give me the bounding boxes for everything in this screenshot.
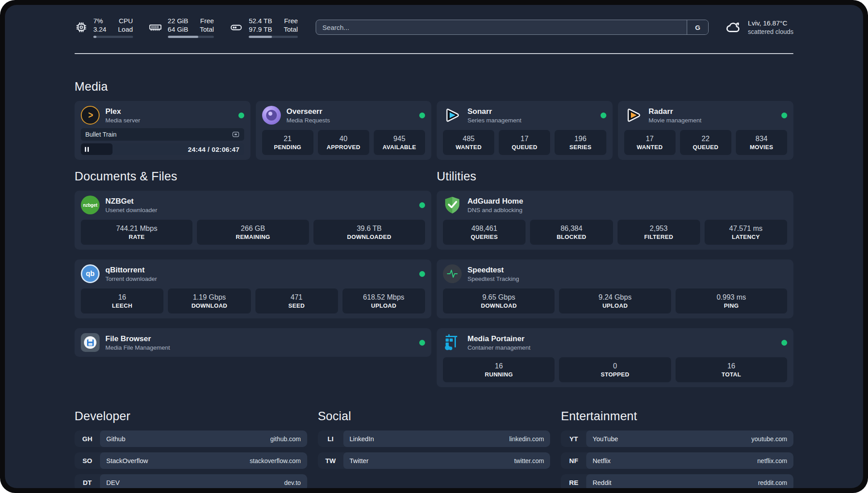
bookmark-abbr: GH — [75, 430, 100, 447]
bookmark-youtube[interactable]: YT YouTubeyoutube.com — [561, 430, 793, 447]
adguard-icon — [443, 196, 462, 214]
bookmark-abbr: YT — [561, 430, 586, 447]
cast-icon[interactable] — [232, 131, 240, 138]
bookmark-name: DEV — [106, 479, 120, 486]
bookmark-reddit[interactable]: RE Redditreddit.com — [561, 474, 793, 488]
stat-box: 40APPROVED — [318, 130, 369, 155]
cpu-value-bottom: 3.24 — [93, 25, 106, 33]
app-subtitle: Usenet downloader — [105, 207, 157, 213]
nzbget-icon: nzbget — [81, 196, 100, 214]
bookmark-url: youtube.com — [751, 435, 787, 443]
stat-box: 618.52 MbpsUPLOAD — [342, 288, 425, 313]
app-title: Sonarr — [467, 107, 522, 116]
weather-location-temp: Lviv, 16.87°C — [748, 19, 793, 28]
stat-box: 22QUEUED — [680, 130, 731, 155]
disk-stat: 52.4 TB 97.9 TB Free Total — [229, 17, 298, 38]
disk-icon — [229, 21, 243, 34]
bookmark-dev[interactable]: DT DEVdev.to — [75, 474, 307, 488]
ram-progress-bar — [168, 36, 214, 38]
app-subtitle: Media server — [105, 117, 140, 124]
bookmark-url: twitter.com — [514, 457, 544, 464]
disk-label-bottom: Total — [284, 25, 298, 33]
weather-widget: Lviv, 16.87°C scattered clouds — [724, 19, 793, 36]
stat-box: 266 GBREMAINING — [197, 220, 309, 245]
app-card-sonarr[interactable]: Sonarr Series management 485WANTED 17QUE… — [437, 101, 613, 160]
ram-label-bottom: Total — [200, 25, 214, 33]
bookmark-url: linkedin.com — [509, 435, 544, 443]
bookmark-abbr: LI — [318, 430, 343, 447]
app-subtitle: Speedtest Tracking — [467, 276, 519, 282]
radarr-icon — [624, 106, 643, 125]
playback-progress-fill — [81, 143, 113, 155]
app-title: Media Portainer — [467, 334, 530, 343]
qbittorrent-icon: qb — [81, 264, 100, 283]
app-subtitle: Series management — [467, 117, 522, 124]
bookmark-github[interactable]: GH Githubgithub.com — [75, 430, 307, 447]
stat-box: 16LEECH — [81, 288, 163, 313]
section-entertainment: Entertainment YT YouTubeyoutube.com NF N… — [561, 409, 793, 488]
stat-box: 498,461QUERIES — [443, 220, 526, 245]
ram-label-top: Free — [200, 17, 214, 25]
cpu-label-bottom: Load — [118, 25, 133, 33]
bookmark-abbr: SO — [75, 452, 100, 469]
bookmark-name: StackOverflow — [106, 457, 148, 464]
bookmark-abbr: NF — [561, 452, 586, 469]
status-dot — [419, 340, 425, 346]
app-card-nzbget[interactable]: nzbget NZBGet Usenet downloader 744.21 M… — [75, 191, 431, 250]
developer-section-title: Developer — [75, 409, 307, 423]
stat-box: 834MOVIES — [736, 130, 787, 155]
bookmark-name: YouTube — [593, 435, 618, 443]
weather-condition: scattered clouds — [748, 28, 793, 36]
app-card-adguard[interactable]: AdGuard Home DNS and adblocking 498,461Q… — [437, 191, 793, 250]
bookmark-url: stackoverflow.com — [250, 457, 300, 464]
bookmark-stackoverflow[interactable]: SO StackOverflowstackoverflow.com — [75, 452, 307, 469]
app-title: Radarr — [649, 107, 702, 116]
entertainment-section-title: Entertainment — [561, 409, 793, 423]
ram-value-top: 22 GiB — [168, 17, 188, 25]
disk-label-top: Free — [284, 17, 298, 25]
cpu-label-top: CPU — [118, 17, 133, 25]
header-divider — [75, 53, 793, 54]
stat-box: 0.993 msPING — [676, 288, 787, 313]
bookmark-url: github.com — [270, 435, 300, 443]
ram-value-bottom: 64 GiB — [168, 25, 188, 33]
app-card-plex[interactable]: > Plex Media server Bullet Train — [75, 101, 250, 160]
speedtest-icon — [443, 264, 462, 283]
app-card-filebrowser[interactable]: File Browser Media File Management — [75, 328, 431, 357]
stat-box: 0STOPPED — [559, 357, 671, 382]
app-card-overseerr[interactable]: Overseerr Media Requests 21PENDING 40APP… — [256, 101, 432, 160]
app-card-qbittorrent[interactable]: qb qBittorrent Torrent downloader 16LEEC… — [75, 259, 431, 318]
app-card-radarr[interactable]: Radarr Movie management 17WANTED 22QUEUE… — [618, 101, 794, 160]
disk-progress-bar — [249, 36, 298, 38]
stat-box: 744.21 MbpsRATE — [81, 220, 192, 245]
search-bar: G — [316, 20, 709, 35]
pause-icon — [85, 147, 89, 152]
sonarr-icon — [443, 106, 462, 125]
overseerr-icon — [262, 106, 281, 125]
bookmark-twitter[interactable]: TW Twittertwitter.com — [318, 452, 551, 469]
bookmark-netflix[interactable]: NF Netflixnetflix.com — [561, 452, 793, 469]
app-card-speedtest[interactable]: Speedtest Speedtest Tracking 9.65 GbpsDO… — [437, 259, 793, 318]
ram-icon — [148, 21, 163, 34]
stat-box: 196SERIES — [555, 130, 606, 155]
stat-box: 17QUEUED — [499, 130, 550, 155]
bookmark-abbr: DT — [75, 474, 100, 488]
app-subtitle: DNS and adblocking — [467, 207, 523, 213]
app-subtitle: Torrent downloader — [105, 276, 157, 282]
bookmark-linkedin[interactable]: LI LinkedInlinkedin.com — [318, 430, 551, 447]
dashboard-background: 7% 3.24 CPU Load — [5, 5, 863, 488]
filebrowser-icon — [81, 333, 100, 352]
disk-value-top: 52.4 TB — [249, 17, 272, 25]
search-engine-button[interactable]: G — [687, 20, 708, 34]
bookmark-url: netflix.com — [757, 457, 787, 464]
playback-progress-bar: 24:44 / 02:06:47 — [81, 143, 244, 155]
status-dot — [601, 113, 606, 118]
app-card-portainer[interactable]: Media Portainer Container management 16R… — [437, 328, 793, 387]
status-dot — [419, 202, 425, 208]
search-input[interactable] — [316, 20, 687, 34]
status-dot — [419, 271, 425, 277]
bookmark-name: Reddit — [593, 479, 611, 486]
device-frame: 7% 3.24 CPU Load — [0, 0, 868, 493]
status-dot — [781, 113, 787, 118]
media-section-title: Media — [75, 80, 793, 94]
